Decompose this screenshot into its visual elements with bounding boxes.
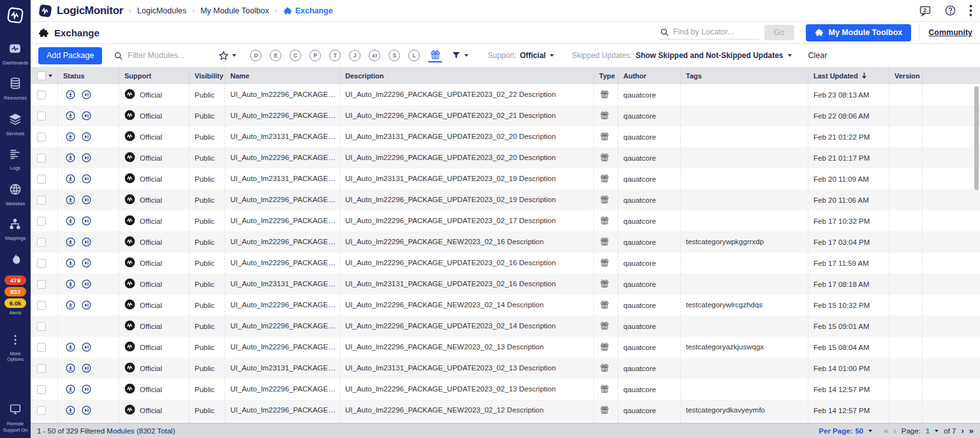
breadcrumb-exchange[interactable]: Exchange (283, 6, 333, 15)
column-header-type[interactable]: Type (593, 68, 618, 84)
table-row[interactable]: OfficialPublicUI_Auto_lm22296_PACKAGE_NE… (31, 231, 980, 252)
row-checkbox[interactable] (37, 238, 46, 247)
column-header-author[interactable]: Author (618, 68, 680, 84)
download-update-icon[interactable] (66, 111, 75, 120)
download-update-icon[interactable] (66, 216, 75, 226)
table-row[interactable]: OfficialPublicUI_Auto_lm22296_PACKAGE_UP… (31, 316, 980, 337)
column-header-support[interactable]: Support (119, 68, 189, 84)
table-row[interactable]: OfficialPublicUI_Auto_lm22296_PACKAGE_UP… (31, 379, 980, 400)
column-header-visibility[interactable]: Visibility (189, 68, 225, 84)
column-header-description[interactable]: Description (339, 68, 593, 84)
module-type-e-filter[interactable]: E (270, 50, 281, 61)
alert-count-badge[interactable]: 479 (4, 275, 26, 285)
skip-update-icon[interactable] (82, 258, 91, 268)
column-header-status[interactable]: Status (57, 68, 119, 84)
skip-update-icon[interactable] (82, 363, 91, 373)
breadcrumb-logicmodules[interactable]: LogicModules (137, 6, 186, 15)
skip-update-icon[interactable] (82, 384, 91, 394)
next-page-button[interactable]: › (961, 427, 963, 435)
row-checkbox[interactable] (37, 259, 46, 268)
skip-update-icon[interactable] (82, 237, 91, 247)
row-checkbox[interactable] (37, 385, 46, 394)
download-update-icon[interactable] (66, 300, 75, 310)
advanced-filter[interactable] (451, 50, 468, 61)
community-link[interactable]: Community (928, 28, 972, 37)
previous-page-button[interactable]: ‹ (893, 427, 896, 435)
module-type-j-filter[interactable]: J (349, 50, 360, 61)
table-row[interactable]: OfficialPublicUI_Auto_lm22296_PACKAGE_UP… (31, 210, 980, 231)
sidebar-item-services[interactable]: Services (3, 112, 28, 136)
sidebar-item-websites[interactable]: Websites (3, 182, 28, 207)
breadcrumb-my-module-toolbox[interactable]: My Module Toolbox (200, 6, 269, 15)
locator-input[interactable] (673, 27, 755, 36)
go-button[interactable]: Go (764, 25, 794, 40)
skip-update-icon[interactable] (82, 279, 91, 289)
kebab-menu-icon[interactable] (969, 4, 972, 17)
table-row[interactable]: OfficialPublicUI_Auto_lm23131_PACKAGE_UP… (31, 126, 980, 147)
row-checkbox[interactable] (37, 175, 46, 184)
my-module-toolbox-button[interactable]: My Module Toolbox (806, 24, 912, 41)
logicmonitor-logo-icon[interactable] (0, 0, 31, 31)
module-type-packages-filter[interactable] (428, 48, 442, 62)
row-checkbox[interactable] (37, 322, 46, 331)
row-checkbox[interactable] (37, 364, 46, 373)
download-update-icon[interactable] (66, 132, 75, 142)
skip-update-icon[interactable] (82, 132, 91, 142)
filter-modules-input[interactable] (128, 51, 203, 60)
row-checkbox[interactable] (37, 133, 46, 142)
alert-count-badge[interactable]: 833 (4, 287, 26, 296)
vertical-scrollbar[interactable] (974, 86, 979, 190)
module-type-c-filter[interactable]: C (290, 50, 301, 61)
skip-update-icon[interactable] (82, 342, 91, 352)
sidebar-item-more-options[interactable]: More Options (3, 333, 28, 363)
download-update-icon[interactable] (66, 153, 75, 163)
row-checkbox[interactable] (37, 280, 46, 289)
table-row[interactable]: OfficialPublicUI_Auto_lm22296_PACKAGE_UP… (31, 252, 980, 274)
skipped-updates-filter[interactable]: Skipped Updates: Show Skipped and Not-Sk… (572, 51, 791, 60)
sidebar-item-alerts[interactable]: 4798336.0k Alerts (4, 252, 26, 316)
table-row[interactable]: OfficialPublicUI_Auto_lm23131_PACKAGE_UP… (31, 358, 980, 379)
download-update-icon[interactable] (66, 384, 75, 394)
skip-update-icon[interactable] (82, 300, 91, 310)
download-update-icon[interactable] (66, 174, 75, 184)
chevron-down-icon[interactable] (48, 75, 52, 77)
table-row[interactable]: OfficialPublicUI_Auto_lm22296_PACKAGE_UP… (31, 189, 980, 210)
module-type-p-filter[interactable]: P (309, 50, 321, 61)
skip-update-icon[interactable] (82, 90, 91, 99)
table-row[interactable]: OfficialPublicUI_Auto_lm23131_PACKAGE_UP… (31, 168, 980, 189)
chevron-down-icon[interactable] (935, 430, 939, 432)
select-all-checkbox[interactable] (37, 71, 46, 80)
first-page-button[interactable]: « (884, 427, 888, 435)
table-row[interactable]: OfficialPublicUI_Auto_lm22296_PACKAGE_UP… (31, 84, 980, 105)
add-package-button[interactable]: Add Package (38, 47, 102, 64)
download-update-icon[interactable] (66, 237, 75, 247)
skip-update-icon[interactable] (82, 216, 91, 226)
table-row[interactable]: OfficialPublicUI_Auto_lm22296_PACKAGE_UP… (31, 105, 980, 126)
sidebar-item-remote-support[interactable]: Remote Support On (1, 402, 29, 433)
table-row[interactable]: OfficialPublicUI_Auto_lm22296_PACKAGE_UP… (31, 147, 980, 168)
row-checkbox[interactable] (37, 217, 46, 226)
current-page-number[interactable]: 1 (926, 427, 930, 435)
module-type-at-filter[interactable]: AT (369, 50, 380, 61)
favorites-filter[interactable] (218, 50, 236, 61)
download-update-icon[interactable] (66, 342, 75, 352)
sidebar-item-resources[interactable]: Resources (3, 77, 28, 101)
alert-count-badge[interactable]: 6.0k (4, 298, 26, 308)
module-type-t-filter[interactable]: T (329, 50, 341, 61)
sidebar-item-mappings[interactable]: Mappings (3, 217, 28, 241)
clear-filters-button[interactable]: Clear (808, 51, 828, 60)
last-page-button[interactable]: » (969, 427, 974, 435)
table-row[interactable]: OfficialPublicUI_Auto_lm22296_PACKAGE_NE… (31, 295, 980, 316)
feedback-chat-icon[interactable]: 2 (919, 5, 932, 17)
row-checkbox[interactable] (37, 112, 46, 120)
help-icon[interactable] (944, 4, 956, 17)
download-update-icon[interactable] (66, 279, 75, 289)
row-checkbox[interactable] (37, 301, 46, 310)
table-row[interactable]: OfficialPublicUI_Auto_lm23131_PACKAGE_UP… (31, 274, 980, 295)
column-header-version[interactable]: Version (889, 68, 922, 84)
skip-update-icon[interactable] (82, 195, 91, 205)
row-checkbox[interactable] (37, 196, 46, 205)
column-header-last-updated[interactable]: Last Updated (808, 68, 889, 84)
column-header-name[interactable]: Name (225, 68, 339, 84)
row-checkbox[interactable] (37, 154, 46, 163)
